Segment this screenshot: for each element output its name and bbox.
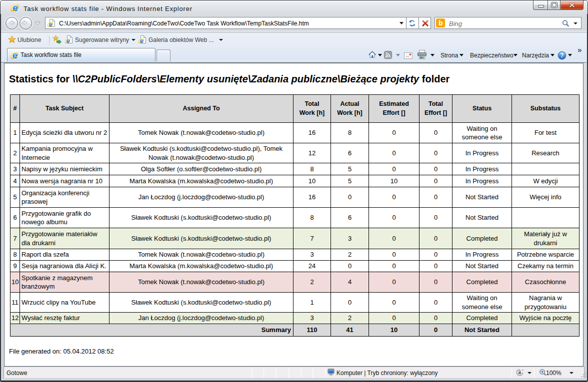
svg-text:?: ? — [560, 52, 564, 59]
